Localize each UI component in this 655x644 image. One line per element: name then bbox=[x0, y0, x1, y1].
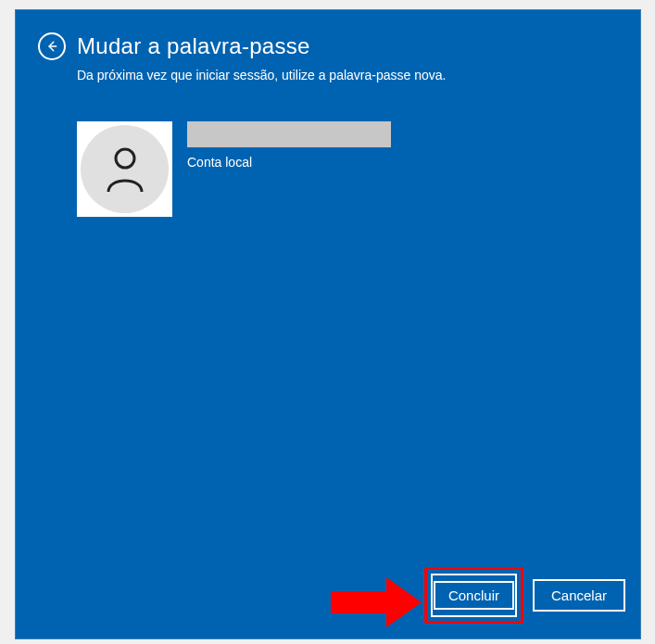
change-password-dialog: Mudar a palavra-passe Da próxima vez que… bbox=[15, 9, 641, 639]
page-title: Mudar a palavra-passe bbox=[77, 33, 310, 59]
back-button[interactable] bbox=[38, 32, 66, 60]
account-type-label: Conta local bbox=[187, 155, 391, 170]
finish-button-outer[interactable]: Concluir bbox=[431, 574, 517, 617]
annotation-arrow-icon bbox=[331, 577, 433, 625]
annotation-highlight: Concluir bbox=[424, 567, 523, 624]
person-icon bbox=[103, 145, 147, 194]
page-subtitle: Da próxima vez que iniciar sessão, utili… bbox=[16, 64, 640, 82]
dialog-footer: Concluir Cancelar bbox=[424, 567, 625, 624]
avatar bbox=[77, 121, 172, 217]
svg-point-1 bbox=[116, 149, 134, 168]
user-meta: Conta local bbox=[187, 121, 391, 170]
back-arrow-icon bbox=[45, 40, 58, 53]
dialog-header: Mudar a palavra-passe bbox=[16, 10, 640, 64]
user-section: Conta local bbox=[16, 82, 640, 217]
cancel-button[interactable]: Cancelar bbox=[533, 579, 625, 612]
username-field[interactable] bbox=[187, 121, 391, 147]
finish-button[interactable]: Concluir bbox=[434, 581, 514, 610]
avatar-placeholder bbox=[81, 125, 169, 213]
